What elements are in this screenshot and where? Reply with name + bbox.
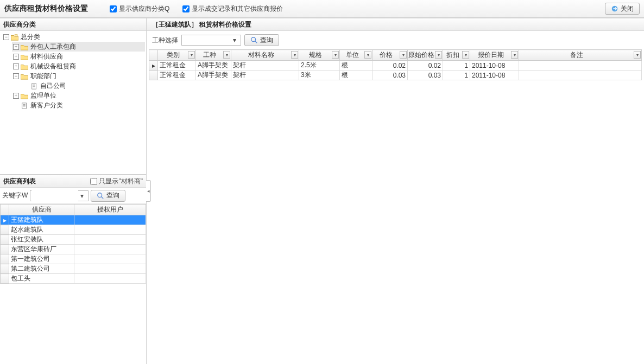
tree-node-supervise[interactable]: + 监理单位: [12, 91, 145, 100]
worktype-label: 工种选择: [152, 36, 178, 45]
close-button[interactable]: 关闭: [605, 3, 640, 15]
price-search-label: 查询: [260, 36, 273, 45]
col-date[interactable]: 报价日期▾: [470, 50, 519, 61]
filter-icon[interactable]: ▾: [291, 51, 298, 59]
checkbox-only-material-input[interactable]: [90, 178, 97, 185]
tree-label: 自己公司: [40, 81, 66, 91]
checkbox-only-material-label: 只显示"材料商": [99, 177, 143, 186]
table-row[interactable]: 赵水建筑队: [1, 225, 146, 235]
table-row[interactable]: 东营区华康砖厂: [1, 245, 146, 254]
row-indicator: [1, 274, 9, 284]
checkbox-show-records[interactable]: 显示成交记录和其它供应商报价: [182, 4, 283, 14]
col-spec[interactable]: 规格▾: [299, 50, 340, 61]
tree-label: 职能部门: [30, 71, 56, 81]
row-indicator: ▸: [1, 215, 9, 225]
cell-auth: [74, 264, 146, 274]
cell-unit: 根: [340, 61, 372, 71]
checkbox-show-category-label: 显示供应商分类Q: [119, 4, 169, 14]
right-header: ［王猛建筑队］ 租赁材料价格设置: [147, 18, 644, 31]
folder-open-icon: [21, 73, 28, 79]
table-row[interactable]: ▸正常租金A脚手架类架杆2.5米根0.020.0212011-10-08: [149, 61, 642, 71]
row-indicator: [149, 71, 158, 80]
chevron-down-icon[interactable]: ▾: [78, 192, 86, 200]
cell-supplier: 第一建筑公司: [9, 254, 74, 264]
table-row[interactable]: 正常租金A脚手架类架杆3米根0.030.0312011-10-08: [149, 71, 642, 80]
tree-label: 监理单位: [30, 91, 56, 100]
col-worktype[interactable]: 工种▾: [196, 50, 231, 61]
checkbox-show-records-label: 显示成交记录和其它供应商报价: [192, 4, 283, 14]
col-category[interactable]: 类别▾: [158, 50, 196, 61]
expand-icon[interactable]: +: [13, 44, 19, 50]
tree-node-self[interactable]: 自己公司: [22, 81, 145, 91]
cell-date: 2011-10-08: [470, 61, 519, 71]
checkbox-show-category[interactable]: 显示供应商分类Q: [110, 4, 169, 14]
col-disc[interactable]: 折扣▾: [443, 50, 470, 61]
table-row[interactable]: 张红安装队: [1, 235, 146, 245]
close-icon: [611, 5, 618, 12]
table-row[interactable]: ▸王猛建筑队: [1, 215, 146, 225]
folder-icon: [21, 63, 28, 69]
keyword-input[interactable]: [31, 190, 78, 201]
worktype-input[interactable]: [183, 36, 231, 44]
collapse-icon[interactable]: −: [13, 73, 19, 79]
cell-date: 2011-10-08: [470, 71, 519, 80]
filter-icon[interactable]: ▾: [435, 51, 442, 59]
cell-note: [519, 61, 642, 71]
expand-icon[interactable]: +: [13, 63, 19, 69]
collapse-icon[interactable]: −: [3, 34, 9, 40]
filter-icon[interactable]: ▾: [634, 51, 641, 59]
search-icon: [250, 36, 258, 44]
cell-note: [519, 71, 642, 80]
filter-icon[interactable]: ▾: [511, 51, 518, 59]
table-row[interactable]: 第一建筑公司: [1, 254, 146, 264]
worktype-combo[interactable]: ▾: [181, 35, 241, 46]
cell-cat: 正常租金: [158, 71, 196, 80]
checkbox-only-material[interactable]: 只显示"材料商": [90, 177, 143, 186]
col-note[interactable]: 备注▾: [519, 50, 642, 61]
cell-supplier: 张红安装队: [9, 235, 74, 245]
col-price[interactable]: 价格▾: [372, 50, 408, 61]
svg-rect-2: [22, 103, 27, 108]
category-panel-title: 供应商分类: [3, 20, 36, 29]
tree-label: 材料供应商: [30, 52, 63, 61]
filter-icon[interactable]: ▾: [400, 51, 407, 59]
cell-auth: [74, 235, 146, 245]
row-indicator: ▸: [149, 61, 158, 71]
table-row[interactable]: 包工头: [1, 274, 146, 284]
cell-auth: [74, 225, 146, 235]
tree-node-root[interactable]: − 总分类: [2, 32, 145, 42]
checkbox-show-category-input[interactable]: [110, 5, 117, 12]
cell-wt: A脚手架类: [196, 61, 231, 71]
left-column: 供应商分类 − 总分类 + 外包人工承包商 +: [0, 18, 147, 364]
keyword-combo[interactable]: ▾: [30, 190, 89, 201]
table-row[interactable]: 第二建筑公司: [1, 264, 146, 274]
collapse-handle[interactable]: ◂: [146, 180, 151, 202]
tree-node-outsource[interactable]: + 外包人工承包商: [12, 42, 145, 52]
tree-node-dept[interactable]: − 职能部门: [12, 71, 145, 81]
col-material[interactable]: 材料名称▾: [231, 50, 299, 61]
filter-icon[interactable]: ▾: [462, 51, 469, 59]
expand-icon[interactable]: +: [13, 93, 19, 99]
expand-icon[interactable]: +: [13, 54, 19, 60]
col-supplier[interactable]: 供应商: [9, 205, 74, 215]
tree-node-material[interactable]: + 材料供应商: [12, 52, 145, 61]
cell-supplier: 第二建筑公司: [9, 264, 74, 274]
tree-node-newcat[interactable]: 新客户分类: [12, 100, 145, 110]
col-unit[interactable]: 单位▾: [340, 50, 372, 61]
supplier-search-button[interactable]: 查询: [91, 190, 125, 202]
tree-label: 总分类: [21, 32, 40, 42]
filter-icon[interactable]: ▾: [332, 51, 339, 59]
row-indicator-header: [1, 205, 9, 215]
tree-node-machine[interactable]: + 机械设备租赁商: [12, 61, 145, 71]
filter-icon[interactable]: ▾: [223, 51, 230, 59]
col-orig[interactable]: 原始价格▾: [408, 50, 443, 61]
document-icon: [30, 82, 38, 89]
folder-icon: [21, 43, 28, 50]
filter-icon[interactable]: ▾: [188, 51, 195, 59]
chevron-down-icon[interactable]: ▾: [231, 36, 238, 44]
price-search-button[interactable]: 查询: [244, 34, 279, 46]
filter-icon[interactable]: ▾: [364, 51, 371, 59]
cell-orig: 0.02: [408, 61, 443, 71]
col-auth[interactable]: 授权用户: [74, 205, 146, 215]
checkbox-show-records-input[interactable]: [182, 5, 190, 12]
